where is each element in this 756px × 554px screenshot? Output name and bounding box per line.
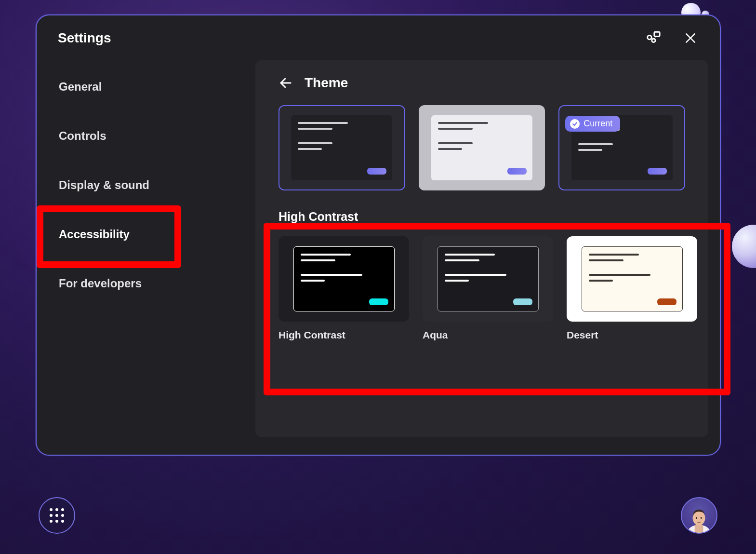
window-title: Settings [58,30,111,46]
svg-point-1 [652,39,655,42]
content-title: Theme [305,75,348,91]
theme-preview [582,246,683,311]
content-header: Theme [279,75,685,91]
grid-icon [50,508,64,523]
theme-preview [438,246,539,311]
theme-option-aqua[interactable] [423,236,553,322]
sidebar-item-display-sound[interactable]: Display & sound [48,170,251,201]
current-badge-label: Current [584,119,612,129]
feedback-icon[interactable] [645,30,661,46]
theme-option-high-contrast[interactable] [279,236,409,322]
theme-option-current[interactable]: Current [558,105,685,190]
high-contrast-section-title: High Contrast [279,210,685,224]
high-contrast-row: High Contrast Aqua [279,236,685,341]
theme-label-aqua: Aqua [423,329,553,341]
avatar-button[interactable] [681,497,717,534]
check-icon [570,119,580,129]
theme-preview [291,115,392,180]
avatar-icon [685,504,713,533]
theme-option-dark[interactable] [279,105,405,190]
header-actions [645,30,699,46]
decorative-planet [732,225,756,268]
theme-option-desert[interactable] [567,236,697,322]
svg-rect-2 [654,32,660,36]
svg-point-0 [648,35,652,40]
sidebar-item-controls[interactable]: Controls [48,121,251,151]
theme-preview [293,246,395,311]
sidebar-item-for-developers[interactable]: For developers [48,268,251,299]
theme-options-row: Current [279,105,685,190]
theme-label-desert: Desert [567,329,697,341]
current-badge: Current [565,116,620,132]
settings-content: Theme [255,60,708,437]
app-grid-button[interactable] [39,497,75,534]
window-header: Settings [37,15,720,54]
close-button[interactable] [682,30,699,46]
svg-point-9 [701,517,702,519]
settings-window: Settings General Controls [36,14,721,456]
sidebar-item-general[interactable]: General [48,71,251,102]
back-button[interactable] [279,76,293,90]
theme-option-light[interactable] [419,105,545,190]
sidebar-item-accessibility[interactable]: Accessibility [48,219,251,250]
settings-sidebar: General Controls Display & sound Accessi… [48,60,255,437]
svg-point-8 [696,517,698,519]
theme-preview [431,115,532,180]
theme-label-high-contrast: High Contrast [279,329,409,341]
